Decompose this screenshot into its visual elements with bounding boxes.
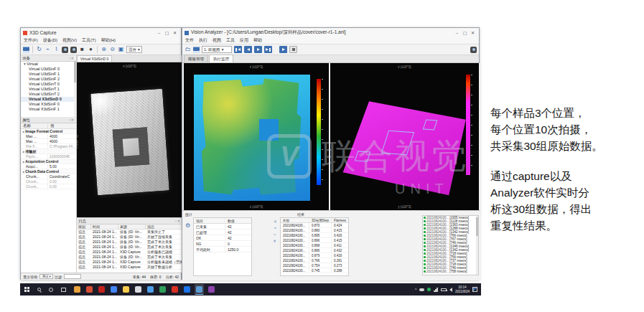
log-row[interactable]: 信息 2021-08-24 1... 设备 (ID: Vir... 采集停止了: [77, 230, 182, 235]
step-last-button[interactable]: [264, 46, 272, 53]
analyzer-titlebar[interactable]: Vision Analyzer - [C:/Users/Lungae/Deskt…: [182, 28, 479, 37]
connect-icon[interactable]: ⌁: [45, 47, 51, 53]
taskbar-app-icon[interactable]: [134, 284, 143, 295]
heightmap-viewport[interactable]: z (x10^3) x (x10^3): [184, 63, 329, 210]
device-tree-item[interactable]: Virtual U3dSinT 1: [21, 87, 76, 92]
analyzer-log-list[interactable]: 20210824100... [1905 msecs] 20210824100.…: [422, 215, 479, 275]
property-row[interactable]: 传输层: [21, 149, 76, 154]
menu-item[interactable]: 设备(D): [43, 37, 57, 44]
property-row[interactable]: Chunk... 0.00: [21, 179, 76, 184]
menu-item[interactable]: 应用: [240, 37, 248, 44]
maximize-button[interactable]: ▢: [163, 30, 171, 35]
analyzer-tab[interactable]: 模板管理: [184, 55, 208, 62]
prev-result-button[interactable]: ‹: [273, 227, 277, 229]
taskbar-app-icon[interactable]: [195, 284, 204, 295]
log-row[interactable]: 信息 2021-08-24 1... 设备 (ID: Vir... 完成了单次采…: [77, 240, 182, 245]
speaker-icon[interactable]: [449, 288, 452, 292]
task-view-icon[interactable]: [60, 287, 66, 293]
save-icon[interactable]: [23, 47, 29, 53]
green-status-icon[interactable]: [427, 288, 431, 291]
stats-row[interactable]: OK 42: [194, 235, 251, 241]
device-tree-item[interactable]: Virtual U3dSinF 1: [21, 72, 76, 77]
stop-button[interactable]: [289, 46, 297, 53]
close-button[interactable]: ✕: [469, 30, 477, 35]
capture-image-view[interactable]: z (x10^3) y (x10^3): [77, 62, 182, 217]
log-scrollbar[interactable]: [476, 216, 478, 275]
property-row[interactable]: Chunk... CoordinateC: [21, 174, 76, 179]
device-tree-item[interactable]: Virtual: [21, 62, 76, 67]
result-row[interactable]: 20210824100... 0.895 0.420: [281, 233, 348, 238]
cloud-icon[interactable]: [419, 288, 424, 291]
step-prev-button[interactable]: [244, 46, 252, 53]
taskbar-app-icon[interactable]: [121, 284, 131, 295]
menu-item[interactable]: 文件: [185, 37, 194, 44]
capture-view-tab[interactable]: Virtual X3dSinD 0: [77, 55, 112, 62]
cortana-icon[interactable]: [48, 287, 54, 293]
gear-icon[interactable]: ⚙: [185, 222, 190, 229]
first-result-button[interactable]: «: [273, 220, 277, 223]
zoom-mode-dropdown[interactable]: 适合 ▾: [126, 46, 142, 53]
open-folder-icon[interactable]: 🗀: [185, 47, 191, 53]
last-result-button[interactable]: «: [273, 240, 277, 242]
result-row[interactable]: 20210824100... 0.745 0.288: [281, 268, 348, 273]
property-row[interactable]: Acqui... 5.00: [21, 164, 76, 169]
link-icon[interactable]: ⌇: [53, 47, 60, 53]
menu-item[interactable]: 执行: [199, 37, 207, 44]
stats-row[interactable]: 已处理 42: [194, 230, 251, 235]
property-row[interactable]: Image Format Control: [21, 129, 76, 134]
menu-item[interactable]: 帮助: [253, 37, 262, 44]
taskbar-app-icon[interactable]: [85, 284, 94, 295]
start-button[interactable]: [24, 287, 29, 293]
search-icon[interactable]: [36, 287, 42, 293]
tray-expand-icon[interactable]: ^: [415, 288, 417, 292]
device-tree-scrollbar[interactable]: [74, 55, 76, 117]
result-row[interactable]: 20210824100... 0.754 0.273: [281, 263, 348, 268]
next-result-button[interactable]: ‹: [273, 234, 277, 235]
log-row[interactable]: 信息 2021-08-24 1... X3D Capture 分析服务未就绪（空…: [77, 260, 182, 265]
surface-3d-viewport[interactable]: z (x10^3) y (x10^3): [330, 63, 479, 210]
step-first-button[interactable]: [234, 46, 242, 53]
log-row[interactable]: 信息 2021-08-24 1... 设备 (ID: Vir... 完成了单次采…: [77, 255, 182, 260]
stats-row[interactable]: 平均耗时 1250.0: [194, 247, 251, 252]
battery-icon[interactable]: [441, 288, 447, 291]
refresh-icon[interactable]: ↻: [36, 47, 42, 53]
log-row[interactable]: 信息 2021-08-24 1... 设备 (ID: Vir... 完成了单次采…: [77, 245, 182, 250]
device-tree-item[interactable]: Virtual U3dSinF 2: [21, 77, 76, 82]
log-row[interactable]: 信息 2021-08-24 1... 设备 (ID: Vir... 开始了连续采…: [77, 235, 182, 240]
menu-item[interactable]: 视图(V): [62, 37, 77, 44]
device-tree-item[interactable]: Virtual U3dSinF 0: [21, 67, 76, 72]
taskbar-app-icon[interactable]: [170, 284, 179, 295]
result-row[interactable]: 20210824100... 0.880 0.415: [281, 228, 348, 233]
zoom-in-icon[interactable]: ⊕: [101, 47, 107, 53]
taskbar-app-icon[interactable]: [97, 284, 106, 295]
stats-row[interactable]: NG 0: [194, 241, 251, 247]
log-level-dropdown[interactable]: 调试 ▾: [39, 274, 52, 279]
property-row[interactable]: Chunk Data Control: [21, 169, 76, 174]
log-row[interactable]: 信息 2021-08-24 1... X3D Capture 开始了数据分析: [77, 265, 182, 270]
panel-pin-close-icons[interactable]: ▫✕: [69, 118, 75, 122]
device-tree-item[interactable]: Virtual X3dSinF 0: [21, 102, 76, 107]
stats-row[interactable]: 已采集 42: [194, 224, 251, 230]
taskbar-app-icon[interactable]: [158, 284, 167, 295]
menu-item[interactable]: 工具(T): [82, 37, 96, 44]
device-tree-item[interactable]: Virtual U3dSinT 2: [21, 92, 76, 97]
device-tree-item[interactable]: Virtual X3dSinD 0: [21, 97, 76, 102]
taskbar-app-icon[interactable]: [207, 284, 216, 295]
device-tree-item[interactable]: Virtual U3dSinT 0: [21, 82, 76, 87]
menu-item[interactable]: 视图: [213, 37, 221, 44]
maximize-button[interactable]: ▢: [461, 30, 469, 35]
taskbar-app-icon[interactable]: [73, 284, 82, 295]
record-icon[interactable]: ●: [88, 47, 94, 53]
taskbar-app-icon[interactable]: [109, 284, 118, 295]
notification-icon[interactable]: [472, 287, 477, 292]
result-row[interactable]: 20210824100... 0.868 0.411: [281, 243, 348, 248]
property-row[interactable]: Max ... 4000: [21, 139, 76, 144]
result-row[interactable]: 20210824100... 0.879 0.420: [281, 253, 348, 258]
menu-item[interactable]: 文件(F): [24, 37, 38, 44]
minimize-button[interactable]: –: [453, 31, 461, 35]
snapshot-icon[interactable]: [470, 47, 477, 53]
video-record-icon[interactable]: [70, 47, 77, 53]
panel-pin-close-icons[interactable]: ▫✕: [175, 219, 181, 223]
property-row[interactable]: Acquisition Control: [21, 159, 76, 164]
analyzer-log-row[interactable]: 20210824100... [758 msecs]: [423, 270, 478, 273]
